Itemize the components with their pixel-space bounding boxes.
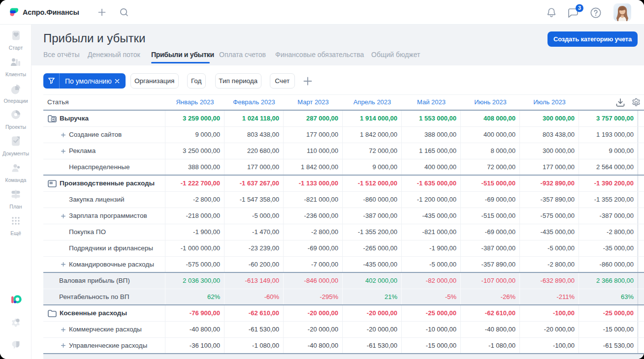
svg-text:3: 3 xyxy=(578,5,581,11)
